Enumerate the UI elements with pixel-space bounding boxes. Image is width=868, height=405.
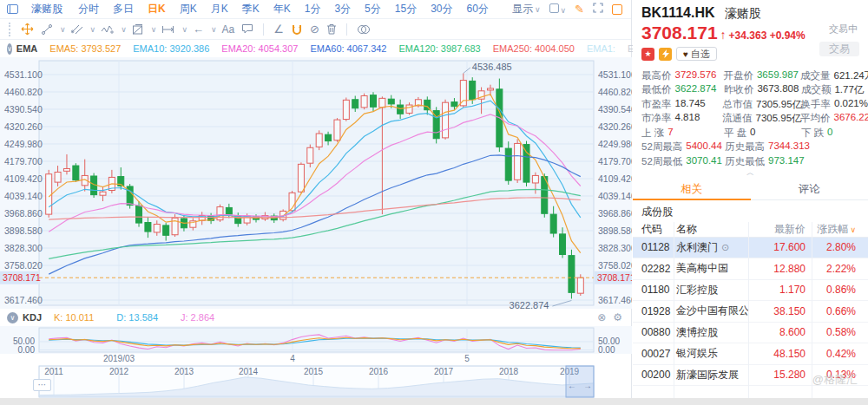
- hide-drawings-icon[interactable]: ⊘: [308, 21, 321, 38]
- tab-多日[interactable]: 多日: [113, 2, 134, 16]
- wave-tool-icon[interactable]: [99, 21, 115, 38]
- trash-icon[interactable]: [325, 21, 339, 38]
- timeline-navigator[interactable]: 201120122013201420152016201720182019←→ ⋯: [0, 365, 632, 398]
- comment-tool-icon[interactable]: [240, 21, 255, 38]
- pencil-icon[interactable]: ✎: [575, 3, 584, 16]
- price-change: +34.363: [729, 29, 767, 42]
- svg-text:3968.860: 3968.860: [4, 208, 43, 219]
- svg-text:2016: 2016: [369, 367, 389, 376]
- stock-row-01928[interactable]: 01928金沙中国有限公司38.1500.66%: [633, 301, 868, 323]
- quote-symbol: BK1114.HK: [641, 5, 715, 21]
- tab-周K[interactable]: 周K: [180, 2, 197, 16]
- period-tabbar: 濠赌股 分时多日日K周K月K季K年K1分3分5分15分30分60分 显示∨ ∨ …: [0, 0, 631, 19]
- svg-text:4320.260: 4320.260: [598, 121, 632, 132]
- wave-caret[interactable]: ∨: [121, 25, 127, 34]
- x-axis-label: 4: [290, 354, 295, 363]
- window-layout-icon[interactable]: [7, 4, 18, 14]
- stat-平 盘: 平 盘0: [724, 127, 801, 140]
- stock-row-02282[interactable]: 02282美高梅中国12.8802.22%: [633, 258, 868, 280]
- stat-最低价: 最低价3622.874: [641, 83, 724, 96]
- kdj-chart[interactable]: 50.0050.000.000.00: [0, 326, 632, 354]
- move-tool-icon[interactable]: [19, 21, 36, 38]
- tab-5分[interactable]: 5分: [365, 2, 381, 16]
- kdj-indicator-bar: ∨ KDJ K: 10.011 D: 13.584 J: 2.864 ⊗ ⚙: [0, 309, 631, 326]
- channel-tool-icon[interactable]: [69, 21, 85, 38]
- tab-30分[interactable]: 30分: [431, 2, 452, 16]
- tab-日K[interactable]: 日K: [148, 2, 166, 16]
- chart-type-dropdown[interactable]: ∨: [549, 3, 567, 16]
- kdj-close-icon[interactable]: ⊗: [597, 311, 606, 323]
- navigator-handle[interactable]: →: [583, 381, 592, 390]
- tab-月K[interactable]: 月K: [211, 2, 228, 16]
- measure-tool-icon[interactable]: [160, 21, 176, 38]
- svg-text:2014: 2014: [239, 367, 259, 376]
- stock-row-01180[interactable]: 01180汇彩控股1.1700.86%: [633, 280, 868, 302]
- arrow-caret[interactable]: ∨: [211, 25, 217, 34]
- trade-button[interactable]: 交易: [819, 42, 859, 56]
- arrow-tool-icon[interactable]: ←: [191, 21, 206, 38]
- bottom-strip: [0, 398, 868, 405]
- kdj-settings-icon[interactable]: ⚙: [613, 311, 622, 323]
- kdj-k-value: K: 10.011: [54, 312, 94, 323]
- symbol-tab[interactable]: 濠赌股: [31, 2, 62, 16]
- toolbar-grip[interactable]: [9, 23, 12, 36]
- svg-text:3617.460: 3617.460: [598, 295, 632, 305]
- stat-市净率: 市净率4.818: [641, 112, 722, 125]
- navigator-handle[interactable]: ←: [568, 381, 576, 390]
- svg-text:4109.420: 4109.420: [598, 173, 632, 184]
- pattern-tool-icon[interactable]: [130, 21, 146, 38]
- channel-caret[interactable]: ∨: [90, 25, 96, 34]
- display-dropdown[interactable]: 显示∨: [512, 2, 541, 16]
- stats-collapse-icon[interactable]: ︿: [633, 169, 868, 178]
- svg-text:4320.260: 4320.260: [4, 121, 43, 132]
- compare-icon[interactable]: [355, 21, 372, 38]
- kdj-d-value: D: 13.584: [116, 312, 158, 323]
- tab-分时[interactable]: 分时: [78, 2, 99, 16]
- sort-desc-icon[interactable]: ∨: [850, 225, 856, 234]
- tab-1分[interactable]: 1分: [305, 2, 321, 16]
- ema-indicator-name: EMA: [16, 43, 37, 54]
- magnet-icon[interactable]: [289, 21, 305, 38]
- tab-评论[interactable]: 评论: [751, 180, 868, 199]
- navigator-more-button[interactable]: ⋯: [33, 379, 51, 391]
- panel-toggle-icon[interactable]: [612, 4, 622, 15]
- add-watchlist-button[interactable]: ♥自选: [676, 47, 717, 61]
- tab-60分[interactable]: 60分: [467, 2, 489, 16]
- text-tool-icon[interactable]: Aa: [220, 21, 237, 38]
- svg-text:2018: 2018: [499, 367, 519, 376]
- ema-value-1: EMA10: 3920.386: [133, 43, 209, 54]
- svg-text:2017: 2017: [434, 367, 454, 376]
- quote-panel: BK1114.HK 濠赌股 交易中 3708.171 ↑ +34.363 +0.…: [633, 0, 868, 398]
- svg-text:4249.980: 4249.980: [598, 139, 632, 149]
- stock-row-01128[interactable]: 01128永利澳门⊙17.6002.80%: [633, 238, 868, 259]
- svg-text:4531.100: 4531.100: [598, 69, 632, 80]
- svg-text:3968.860: 3968.860: [598, 208, 632, 219]
- tab-相关[interactable]: 相关: [633, 180, 751, 199]
- fullscreen-icon[interactable]: [593, 3, 603, 16]
- ema-value-4: EMA120: 3987.683: [399, 43, 481, 54]
- svg-text:3708.171: 3708.171: [597, 272, 632, 283]
- trendline-caret[interactable]: ∨: [60, 25, 66, 34]
- stock-row-00027[interactable]: 00027银河娱乐48.1500.42%: [633, 343, 868, 365]
- stat-历史最低: 历史最低973.147: [725, 155, 803, 168]
- svg-text:4249.980: 4249.980: [4, 139, 43, 149]
- svg-text:3828.300: 3828.300: [598, 243, 632, 253]
- tab-季K[interactable]: 季K: [242, 2, 260, 16]
- related-tabs: 相关评论: [633, 180, 868, 200]
- svg-text:3898.580: 3898.580: [4, 225, 43, 236]
- tab-3分[interactable]: 3分: [334, 2, 351, 16]
- ema-value-2: EMA20: 4054.307: [221, 43, 298, 54]
- measure-caret[interactable]: ∨: [181, 25, 187, 34]
- tab-年K[interactable]: 年K: [273, 2, 291, 16]
- tab-15分[interactable]: 15分: [395, 2, 417, 16]
- stat-总市值: 总市值7305.95亿: [722, 98, 800, 111]
- candlestick-chart[interactable]: 4531.1004531.1004460.8204460.8204390.540…: [0, 57, 632, 309]
- angle-tool-icon[interactable]: ∠: [272, 21, 286, 38]
- ema-collapse-icon[interactable]: ∨: [7, 43, 12, 55]
- pattern-caret[interactable]: ∨: [151, 25, 157, 34]
- ema-value-5: EMA250: 4004.050: [493, 43, 575, 54]
- drawing-toolbar: ∨ ∨ ∨ ∨ ∨ ←∨ Aa ∠ ⊘: [0, 19, 631, 40]
- stock-row-00880[interactable]: 00880澳博控股8.6000.58%: [633, 323, 868, 344]
- trendline-tool-icon[interactable]: [39, 21, 55, 38]
- kdj-collapse-icon[interactable]: ∨: [7, 312, 18, 323]
